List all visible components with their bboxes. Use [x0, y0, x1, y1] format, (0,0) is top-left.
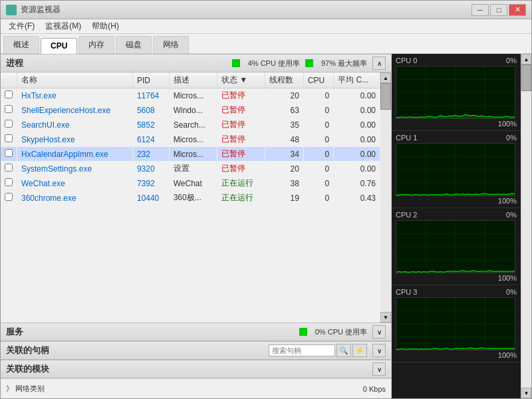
row-status-6: 正在运行 — [217, 176, 265, 191]
row-threads-0: 20 — [265, 88, 303, 103]
module-section-header[interactable]: 关联的模块 ∨ — [1, 360, 391, 378]
row-checkbox-0[interactable] — [1, 88, 17, 103]
right-scroll-thumb[interactable] — [521, 65, 531, 91]
row-threads-3: 48 — [265, 132, 303, 147]
row-name-0[interactable]: HxTsr.exe — [17, 88, 133, 103]
right-scroll-up[interactable]: ▲ — [521, 54, 531, 65]
services-title: 服务 — [6, 326, 299, 338]
right-panel-scrollbar[interactable]: ▲ ▼ — [521, 54, 531, 398]
cpu-graph-3: CPU 3 0% 100% — [392, 285, 521, 362]
process-stats: 4% CPU 使用率 97% 最大频率 — [232, 59, 367, 68]
tab-memory[interactable]: 内存 — [78, 36, 114, 53]
row-checkbox-1[interactable] — [1, 103, 17, 118]
row-name-6[interactable]: WeChat.exe — [17, 176, 133, 191]
row-cpu-7: 0 — [303, 191, 333, 205]
row-cpu-5: 0 — [303, 162, 333, 176]
handle-section-header[interactable]: 关联的句柄 🔍 ⚡ ∨ — [1, 341, 391, 360]
col-name[interactable]: 名称 — [17, 72, 133, 88]
row-name-7[interactable]: 360chrome.exe — [17, 191, 133, 205]
close-button[interactable]: ✕ — [509, 4, 526, 16]
cpu-graph-canvas-3 — [396, 297, 515, 350]
cpu-graph-label-0: CPU 0 — [396, 57, 417, 65]
search-button[interactable]: 🔍 — [336, 344, 351, 357]
window-title: 资源监视器 — [21, 4, 471, 15]
menu-file[interactable]: 文件(F) — [3, 19, 40, 33]
cpu-graph-2: CPU 2 0% 100% — [392, 208, 521, 285]
cpu-graph-canvas-1 — [396, 143, 515, 196]
cpu-graph-bottom-pct-3: 100% — [498, 351, 517, 359]
maximize-button[interactable]: □ — [490, 4, 507, 16]
col-status[interactable]: 状态 ▼ — [217, 72, 265, 88]
services-section-header[interactable]: 服务 0% CPU 使用率 ∨ — [1, 323, 391, 341]
row-avg-6: 0.76 — [334, 176, 380, 191]
handle-collapse-btn[interactable]: ∨ — [372, 344, 386, 357]
col-avg-cpu[interactable]: 平均 C... — [334, 72, 380, 88]
process-collapse-btn[interactable]: ∧ — [372, 57, 386, 70]
row-threads-2: 35 — [265, 118, 303, 132]
col-pid[interactable]: PID — [132, 72, 169, 88]
scroll-track[interactable] — [380, 83, 391, 312]
process-table-area: 名称 PID 描述 状态 ▼ 线程数 CPU 平均 C... — [1, 72, 391, 323]
cpu-graph-pct-1: 0% — [506, 134, 517, 142]
row-checkbox-4[interactable] — [1, 147, 17, 162]
row-name-2[interactable]: SearchUI.exe — [17, 118, 133, 132]
row-status-3: 已暂停 — [217, 132, 265, 147]
tab-network[interactable]: 网络 — [153, 36, 189, 53]
cpu-graph-header-3: CPU 3 0% — [396, 288, 517, 296]
row-name-3[interactable]: SkypeHost.exe — [17, 132, 133, 147]
row-status-1: 已暂停 — [217, 103, 265, 118]
row-checkbox-5[interactable] — [1, 162, 17, 176]
row-pid-3: 6124 — [132, 132, 169, 147]
row-cpu-3: 0 — [303, 132, 333, 147]
row-desc-0: Micros... — [169, 88, 217, 103]
scroll-thumb[interactable] — [380, 83, 391, 110]
services-stats: 0% CPU 使用率 — [299, 327, 367, 337]
menu-help[interactable]: 帮助(H) — [86, 19, 124, 33]
search-input[interactable] — [269, 344, 335, 356]
services-collapse-btn[interactable]: ∨ — [372, 325, 386, 338]
row-name-1[interactable]: ShellExperienceHost.exe — [17, 103, 133, 118]
row-checkbox-6[interactable] — [1, 176, 17, 191]
window-icon — [6, 5, 17, 15]
row-checkbox-2[interactable] — [1, 118, 17, 132]
process-max-freq: 97% 最大频率 — [321, 59, 367, 68]
tab-overview[interactable]: 概述 — [3, 36, 39, 53]
right-scroll-down[interactable]: ▼ — [521, 388, 531, 398]
col-cpu[interactable]: CPU — [303, 72, 333, 88]
row-status-2: 已暂停 — [217, 118, 265, 132]
right-scroll-track[interactable] — [521, 65, 531, 388]
row-checkbox-7[interactable] — [1, 191, 17, 205]
process-section-title: 进程 — [6, 57, 232, 69]
process-scrollbar[interactable]: ▲ ▼ — [380, 72, 391, 323]
minimize-button[interactable]: ─ — [471, 4, 489, 16]
col-desc[interactable]: 描述 — [169, 72, 217, 88]
row-checkbox-3[interactable] — [1, 132, 17, 147]
row-pid-2: 5852 — [132, 118, 169, 132]
cpu-graph-0: CPU 0 0% 100% — [392, 54, 521, 131]
row-name-4[interactable]: HxCalendarAppImm.exe — [17, 147, 133, 162]
col-threads[interactable]: 线程数 — [265, 72, 303, 88]
cpu-graph-pct-2: 0% — [506, 211, 517, 219]
tab-cpu[interactable]: CPU — [41, 38, 77, 54]
refresh-button[interactable]: ⚡ — [352, 344, 367, 357]
cpu-graph-bottom-pct-0: 100% — [498, 120, 517, 128]
cpu-graph-footer-3: 100% — [396, 351, 517, 359]
services-section: 服务 0% CPU 使用率 ∨ — [1, 323, 391, 341]
module-collapse-btn[interactable]: ∨ — [372, 362, 386, 376]
row-threads-7: 19 — [265, 191, 303, 205]
tab-disk[interactable]: 磁盘 — [116, 36, 152, 53]
cpu-graph-header-0: CPU 0 0% — [396, 57, 517, 65]
cpu-graph-container: CPU 0 0% 100% CPU 1 0% — [392, 54, 521, 398]
cpu-graph-footer-2: 100% — [396, 274, 517, 282]
handle-search: 🔍 ⚡ — [269, 344, 367, 357]
row-name-5[interactable]: SystemSettings.exe — [17, 162, 133, 176]
process-table-scroll: 名称 PID 描述 状态 ▼ 线程数 CPU 平均 C... — [1, 72, 380, 323]
process-section-header[interactable]: 进程 4% CPU 使用率 97% 最大频率 ∧ — [1, 54, 391, 72]
menu-monitor[interactable]: 监视器(M) — [40, 19, 86, 33]
row-cpu-6: 0 — [303, 176, 333, 191]
row-avg-5: 0.00 — [334, 162, 380, 176]
scroll-down-btn[interactable]: ▼ — [380, 312, 391, 323]
tab-bar: 概述 CPU 内存 磁盘 网络 — [1, 34, 531, 54]
cpu-graph-header-2: CPU 2 0% — [396, 211, 517, 219]
scroll-up-btn[interactable]: ▲ — [380, 72, 391, 83]
